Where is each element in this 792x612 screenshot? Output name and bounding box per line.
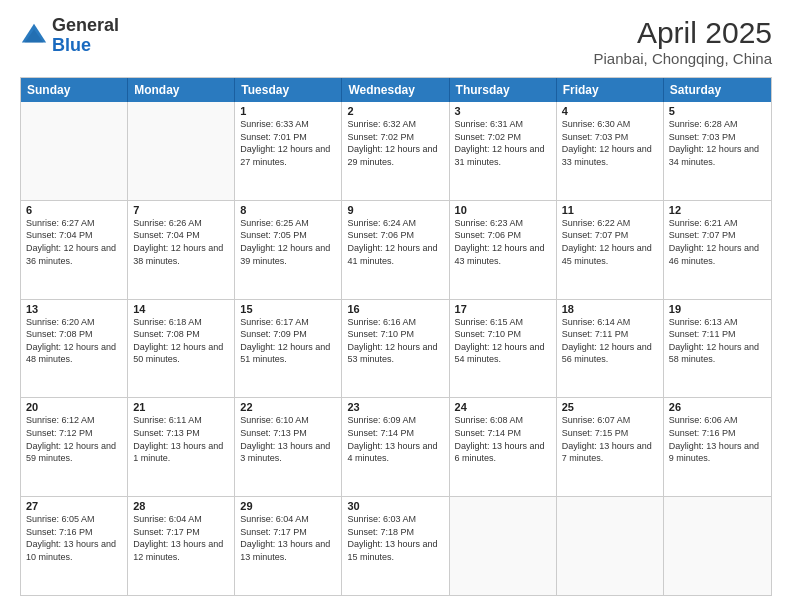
day-number: 6 — [26, 204, 122, 216]
day-number: 21 — [133, 401, 229, 413]
calendar-cell: 5Sunrise: 6:28 AMSunset: 7:03 PMDaylight… — [664, 102, 771, 200]
day-info: Sunrise: 6:28 AMSunset: 7:03 PMDaylight:… — [669, 118, 766, 168]
day-number: 8 — [240, 204, 336, 216]
day-info: Sunrise: 6:30 AMSunset: 7:03 PMDaylight:… — [562, 118, 658, 168]
logo-text: General Blue — [52, 16, 119, 56]
cal-header-day: Wednesday — [342, 78, 449, 102]
calendar-cell: 2Sunrise: 6:32 AMSunset: 7:02 PMDaylight… — [342, 102, 449, 200]
day-number: 24 — [455, 401, 551, 413]
calendar-row: 27Sunrise: 6:05 AMSunset: 7:16 PMDayligh… — [21, 496, 771, 595]
calendar-cell — [450, 497, 557, 595]
calendar-cell — [128, 102, 235, 200]
calendar-cell: 9Sunrise: 6:24 AMSunset: 7:06 PMDaylight… — [342, 201, 449, 299]
day-number: 28 — [133, 500, 229, 512]
day-info: Sunrise: 6:18 AMSunset: 7:08 PMDaylight:… — [133, 316, 229, 366]
calendar-row: 20Sunrise: 6:12 AMSunset: 7:12 PMDayligh… — [21, 397, 771, 496]
calendar-cell: 26Sunrise: 6:06 AMSunset: 7:16 PMDayligh… — [664, 398, 771, 496]
calendar-cell: 22Sunrise: 6:10 AMSunset: 7:13 PMDayligh… — [235, 398, 342, 496]
day-info: Sunrise: 6:08 AMSunset: 7:14 PMDaylight:… — [455, 414, 551, 464]
cal-header-day: Friday — [557, 78, 664, 102]
cal-header-day: Monday — [128, 78, 235, 102]
subtitle: Pianbai, Chongqing, China — [594, 50, 772, 67]
day-info: Sunrise: 6:13 AMSunset: 7:11 PMDaylight:… — [669, 316, 766, 366]
calendar-row: 13Sunrise: 6:20 AMSunset: 7:08 PMDayligh… — [21, 299, 771, 398]
day-info: Sunrise: 6:07 AMSunset: 7:15 PMDaylight:… — [562, 414, 658, 464]
day-number: 19 — [669, 303, 766, 315]
day-info: Sunrise: 6:33 AMSunset: 7:01 PMDaylight:… — [240, 118, 336, 168]
calendar-cell: 18Sunrise: 6:14 AMSunset: 7:11 PMDayligh… — [557, 300, 664, 398]
day-info: Sunrise: 6:22 AMSunset: 7:07 PMDaylight:… — [562, 217, 658, 267]
day-number: 4 — [562, 105, 658, 117]
day-number: 30 — [347, 500, 443, 512]
calendar-cell: 10Sunrise: 6:23 AMSunset: 7:06 PMDayligh… — [450, 201, 557, 299]
logo-blue: Blue — [52, 35, 91, 55]
calendar-cell: 29Sunrise: 6:04 AMSunset: 7:17 PMDayligh… — [235, 497, 342, 595]
calendar-cell — [557, 497, 664, 595]
cal-header-day: Tuesday — [235, 78, 342, 102]
calendar-cell — [664, 497, 771, 595]
day-info: Sunrise: 6:24 AMSunset: 7:06 PMDaylight:… — [347, 217, 443, 267]
calendar-header: SundayMondayTuesdayWednesdayThursdayFrid… — [21, 78, 771, 102]
day-number: 26 — [669, 401, 766, 413]
day-info: Sunrise: 6:14 AMSunset: 7:11 PMDaylight:… — [562, 316, 658, 366]
day-info: Sunrise: 6:10 AMSunset: 7:13 PMDaylight:… — [240, 414, 336, 464]
day-number: 18 — [562, 303, 658, 315]
day-info: Sunrise: 6:32 AMSunset: 7:02 PMDaylight:… — [347, 118, 443, 168]
calendar-cell: 4Sunrise: 6:30 AMSunset: 7:03 PMDaylight… — [557, 102, 664, 200]
day-info: Sunrise: 6:04 AMSunset: 7:17 PMDaylight:… — [240, 513, 336, 563]
cal-header-day: Sunday — [21, 78, 128, 102]
calendar-cell: 11Sunrise: 6:22 AMSunset: 7:07 PMDayligh… — [557, 201, 664, 299]
day-number: 14 — [133, 303, 229, 315]
day-info: Sunrise: 6:16 AMSunset: 7:10 PMDaylight:… — [347, 316, 443, 366]
calendar-cell: 23Sunrise: 6:09 AMSunset: 7:14 PMDayligh… — [342, 398, 449, 496]
calendar-body: 1Sunrise: 6:33 AMSunset: 7:01 PMDaylight… — [21, 102, 771, 595]
day-info: Sunrise: 6:12 AMSunset: 7:12 PMDaylight:… — [26, 414, 122, 464]
day-info: Sunrise: 6:21 AMSunset: 7:07 PMDaylight:… — [669, 217, 766, 267]
day-number: 12 — [669, 204, 766, 216]
calendar-cell: 21Sunrise: 6:11 AMSunset: 7:13 PMDayligh… — [128, 398, 235, 496]
day-info: Sunrise: 6:20 AMSunset: 7:08 PMDaylight:… — [26, 316, 122, 366]
day-number: 10 — [455, 204, 551, 216]
day-info: Sunrise: 6:27 AMSunset: 7:04 PMDaylight:… — [26, 217, 122, 267]
calendar-row: 1Sunrise: 6:33 AMSunset: 7:01 PMDaylight… — [21, 102, 771, 200]
day-number: 5 — [669, 105, 766, 117]
calendar-row: 6Sunrise: 6:27 AMSunset: 7:04 PMDaylight… — [21, 200, 771, 299]
day-info: Sunrise: 6:03 AMSunset: 7:18 PMDaylight:… — [347, 513, 443, 563]
calendar-cell: 20Sunrise: 6:12 AMSunset: 7:12 PMDayligh… — [21, 398, 128, 496]
cal-header-day: Thursday — [450, 78, 557, 102]
title-block: April 2025 Pianbai, Chongqing, China — [594, 16, 772, 67]
calendar-cell: 7Sunrise: 6:26 AMSunset: 7:04 PMDaylight… — [128, 201, 235, 299]
calendar-cell: 14Sunrise: 6:18 AMSunset: 7:08 PMDayligh… — [128, 300, 235, 398]
day-number: 16 — [347, 303, 443, 315]
day-number: 11 — [562, 204, 658, 216]
logo: General Blue — [20, 16, 119, 56]
cal-header-day: Saturday — [664, 78, 771, 102]
day-number: 25 — [562, 401, 658, 413]
day-info: Sunrise: 6:26 AMSunset: 7:04 PMDaylight:… — [133, 217, 229, 267]
day-info: Sunrise: 6:11 AMSunset: 7:13 PMDaylight:… — [133, 414, 229, 464]
day-number: 13 — [26, 303, 122, 315]
day-info: Sunrise: 6:31 AMSunset: 7:02 PMDaylight:… — [455, 118, 551, 168]
day-info: Sunrise: 6:17 AMSunset: 7:09 PMDaylight:… — [240, 316, 336, 366]
day-info: Sunrise: 6:15 AMSunset: 7:10 PMDaylight:… — [455, 316, 551, 366]
day-number: 22 — [240, 401, 336, 413]
calendar-cell: 25Sunrise: 6:07 AMSunset: 7:15 PMDayligh… — [557, 398, 664, 496]
logo-icon — [20, 22, 48, 50]
calendar: SundayMondayTuesdayWednesdayThursdayFrid… — [20, 77, 772, 596]
logo-general: General — [52, 15, 119, 35]
calendar-cell: 27Sunrise: 6:05 AMSunset: 7:16 PMDayligh… — [21, 497, 128, 595]
day-info: Sunrise: 6:25 AMSunset: 7:05 PMDaylight:… — [240, 217, 336, 267]
day-number: 2 — [347, 105, 443, 117]
calendar-cell — [21, 102, 128, 200]
day-info: Sunrise: 6:05 AMSunset: 7:16 PMDaylight:… — [26, 513, 122, 563]
header: General Blue April 2025 Pianbai, Chongqi… — [20, 16, 772, 67]
day-number: 3 — [455, 105, 551, 117]
calendar-cell: 15Sunrise: 6:17 AMSunset: 7:09 PMDayligh… — [235, 300, 342, 398]
calendar-cell: 17Sunrise: 6:15 AMSunset: 7:10 PMDayligh… — [450, 300, 557, 398]
day-number: 15 — [240, 303, 336, 315]
calendar-cell: 1Sunrise: 6:33 AMSunset: 7:01 PMDaylight… — [235, 102, 342, 200]
day-number: 20 — [26, 401, 122, 413]
day-info: Sunrise: 6:23 AMSunset: 7:06 PMDaylight:… — [455, 217, 551, 267]
day-number: 27 — [26, 500, 122, 512]
calendar-cell: 19Sunrise: 6:13 AMSunset: 7:11 PMDayligh… — [664, 300, 771, 398]
